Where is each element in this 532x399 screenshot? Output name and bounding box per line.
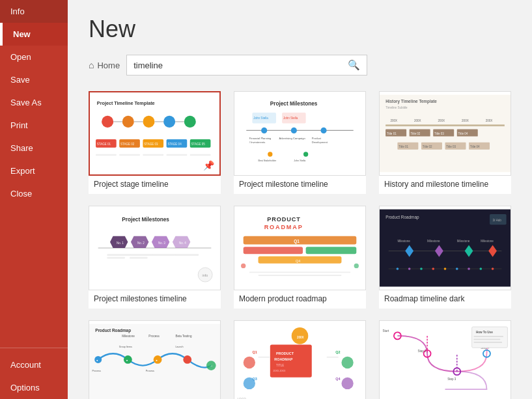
svg-text:ROADMAP: ROADMAP <box>264 224 303 230</box>
search-input[interactable] <box>127 57 341 74</box>
template-label-history-milestone: History and milestone timeline <box>379 176 511 194</box>
template-thumb-project-stage: Project Timeline Template <box>89 91 221 176</box>
svg-point-31 <box>320 128 326 133</box>
search-input-wrapper: 🔍 <box>126 55 367 76</box>
svg-rect-22 <box>119 154 140 156</box>
svg-text:200X: 200X <box>486 119 493 122</box>
svg-text:Q1: Q1 <box>294 239 300 244</box>
svg-point-99 <box>354 264 359 268</box>
svg-text:John Stella: John Stella <box>294 159 306 162</box>
svg-point-116 <box>397 268 399 270</box>
home-link[interactable]: ⌂ Home <box>89 60 120 70</box>
svg-point-29 <box>261 128 267 133</box>
template-thumb-modern-product: PRODUCT ROADMAP Q1 Q4 <box>234 206 366 290</box>
svg-rect-100 <box>249 272 350 273</box>
svg-point-124 <box>492 268 494 270</box>
template-thumb-colorful-roadmap: PRODUCT ROADMAP TITLE 20XX-20XX 200X Q1 … <box>234 320 366 399</box>
svg-text:STAGE 01: STAGE 01 <box>97 143 111 146</box>
template-card-product-roadmap[interactable]: Product Roadmap Milestone Process Beta T… <box>89 320 221 399</box>
svg-text:Title 01: Title 01 <box>387 132 397 135</box>
svg-text:No. 3: No. 3 <box>158 241 165 245</box>
svg-text:STAGE 05: STAGE 05 <box>191 143 206 146</box>
svg-text:200X: 200X <box>462 119 469 122</box>
svg-text:Process: Process <box>92 370 101 372</box>
template-card-project-stage[interactable]: Project Timeline Template <box>89 91 221 194</box>
svg-rect-83 <box>130 254 154 256</box>
svg-rect-84 <box>130 257 147 259</box>
sidebar-item-save-as[interactable]: Save As <box>0 91 68 114</box>
pin-icon: 📌 <box>203 160 214 171</box>
template-label-project-milestone: Project milestone timeline <box>234 176 366 194</box>
template-card-process-roadmap[interactable]: Start Step 2 Step 3 Step 4 How To Use Pr… <box>379 320 511 399</box>
svg-text:Project Timeline Template: Project Timeline Template <box>97 100 155 106</box>
template-thumb-history-milestone: History Timeline Template Timeline Subti… <box>379 91 511 176</box>
svg-text:Q2: Q2 <box>335 350 340 354</box>
svg-point-118 <box>420 268 423 270</box>
template-thumb-roadmap-dark: Product Roadmap 3i Hub Milestone Milesto… <box>379 206 511 290</box>
svg-point-3 <box>122 116 134 128</box>
svg-rect-25 <box>190 154 211 156</box>
svg-rect-175 <box>473 336 503 337</box>
template-label-modern-product: Modern product roadmap <box>234 290 366 309</box>
svg-rect-101 <box>259 275 342 276</box>
svg-text:TITLE: TITLE <box>276 364 284 367</box>
svg-text:No. 2: No. 2 <box>137 241 145 245</box>
svg-text:Project Milestones: Project Milestones <box>122 217 169 223</box>
templates-grid: Project Timeline Template <box>89 91 511 399</box>
svg-text:200X: 200X <box>438 119 445 122</box>
sidebar-item-new[interactable]: New <box>0 23 68 46</box>
svg-rect-94 <box>244 247 303 254</box>
svg-text:→: → <box>209 363 213 368</box>
page-title: New <box>89 16 511 43</box>
svg-text:Q4: Q4 <box>335 377 341 381</box>
template-card-colorful-roadmap[interactable]: PRODUCT ROADMAP TITLE 20XX-20XX 200X Q1 … <box>234 320 366 399</box>
template-card-project-milestones[interactable]: Project Milestones No. 1 No. 2 No. 3 No.… <box>89 206 221 309</box>
svg-text:Q1: Q1 <box>252 350 257 354</box>
sidebar-item-share[interactable]: Share <box>0 137 68 159</box>
svg-text:Process: Process <box>148 335 160 338</box>
svg-text:Step 2: Step 2 <box>417 350 427 353</box>
svg-text:Start: Start <box>383 329 389 333</box>
sidebar-item-account[interactable]: Account <box>0 353 68 376</box>
sidebar-item-options[interactable]: Options <box>0 376 68 399</box>
svg-point-5 <box>163 116 175 128</box>
search-button[interactable]: 🔍 <box>341 55 367 75</box>
svg-point-30 <box>291 128 297 133</box>
template-card-modern-product[interactable]: PRODUCT ROADMAP Q1 Q4 <box>234 206 366 309</box>
svg-text:STAGE 04: STAGE 04 <box>167 143 182 146</box>
template-label-project-milestones: Project milestones timeline <box>89 290 221 309</box>
svg-text:Group Items: Group Items <box>119 346 132 348</box>
svg-text:STAGE 02: STAGE 02 <box>120 143 135 146</box>
template-card-roadmap-dark[interactable]: Product Roadmap 3i Hub Milestone Milesto… <box>379 206 511 309</box>
template-card-project-milestone[interactable]: Project Milestones John Stella John Stel… <box>234 91 366 194</box>
svg-text:Product Roadmap: Product Roadmap <box>385 215 419 220</box>
template-label-project-stage: Project stage timeline <box>89 176 221 194</box>
svg-text:Title 03: Title 03 <box>446 145 456 148</box>
sidebar-item-print[interactable]: Print <box>0 114 68 137</box>
svg-text:200X: 200X <box>390 119 397 122</box>
svg-rect-53 <box>385 124 505 126</box>
sidebar-item-open[interactable]: Open <box>0 46 68 68</box>
svg-text:Launch: Launch <box>175 346 183 348</box>
svg-text:John Stella: John Stella <box>283 117 298 120</box>
svg-rect-86 <box>175 254 199 256</box>
svg-rect-21 <box>96 154 117 156</box>
template-card-history-milestone[interactable]: History Timeline Template Timeline Subti… <box>379 91 511 194</box>
sidebar-item-info[interactable]: Info <box>0 0 68 23</box>
svg-rect-92 <box>244 236 357 245</box>
svg-text:Title 03: Title 03 <box>434 132 444 135</box>
sidebar-item-export[interactable]: Export <box>0 159 68 182</box>
svg-text:No. 1: No. 1 <box>117 241 124 245</box>
svg-point-42 <box>303 152 308 156</box>
svg-point-121 <box>456 268 458 270</box>
sidebar-item-close[interactable]: Close <box>0 182 68 205</box>
svg-text:Title 04: Title 04 <box>458 132 468 135</box>
svg-rect-81 <box>107 254 131 256</box>
svg-text:Project Milestones: Project Milestones <box>270 101 318 107</box>
svg-rect-0 <box>90 95 219 172</box>
svg-text:Step 3: Step 3 <box>447 378 456 381</box>
svg-text:Title 04: Title 04 <box>470 145 480 148</box>
svg-text:PRODUCT: PRODUCT <box>276 351 294 355</box>
sidebar-item-save[interactable]: Save <box>0 68 68 91</box>
svg-text:ROADMAP: ROADMAP <box>274 357 293 361</box>
